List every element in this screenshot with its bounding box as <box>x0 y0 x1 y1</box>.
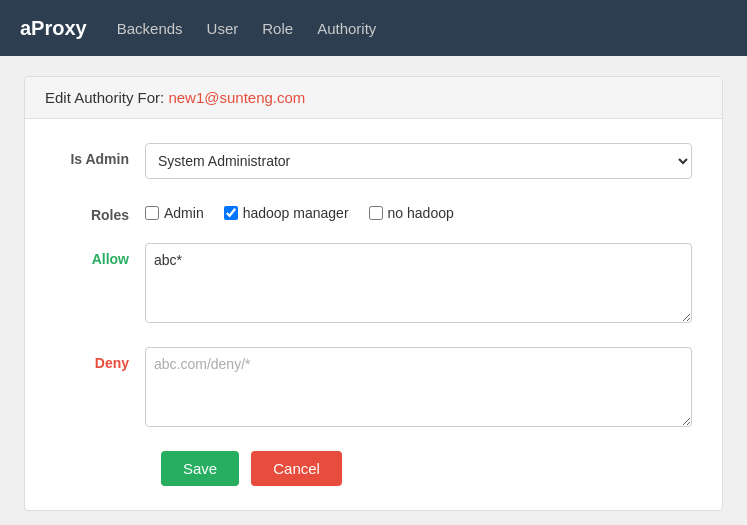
roles-label: Roles <box>55 199 145 223</box>
checkbox-no-hadoop[interactable]: no hadoop <box>369 205 454 221</box>
is-admin-row: Is Admin System Administrator Normal Use… <box>55 143 692 179</box>
cancel-button[interactable]: Cancel <box>251 451 342 486</box>
roles-checkboxes: Admin hadoop manager no hadoop <box>145 199 692 221</box>
navbar-item-user[interactable]: User <box>207 20 239 37</box>
checkbox-no-hadoop-input[interactable] <box>369 206 383 220</box>
card-header-label: Edit Authority For: <box>45 89 164 106</box>
roles-row: Roles Admin hadoop manager no hadoop <box>55 199 692 223</box>
deny-label: Deny <box>55 347 145 371</box>
card-header-email: new1@sunteng.com <box>168 89 305 106</box>
checkbox-admin-label: Admin <box>164 205 204 221</box>
checkbox-admin-input[interactable] <box>145 206 159 220</box>
allow-row: Allow abc* <box>55 243 692 327</box>
page-content: Edit Authority For: new1@sunteng.com Is … <box>0 56 747 525</box>
checkbox-hadoop-manager[interactable]: hadoop manager <box>224 205 349 221</box>
deny-control <box>145 347 692 431</box>
allow-label: Allow <box>55 243 145 267</box>
save-button[interactable]: Save <box>161 451 239 486</box>
navbar: aProxy Backends User Role Authority <box>0 0 747 56</box>
checkbox-hadoop-manager-label: hadoop manager <box>243 205 349 221</box>
edit-authority-card: Edit Authority For: new1@sunteng.com Is … <box>24 76 723 511</box>
allow-textarea[interactable]: abc* <box>145 243 692 323</box>
card-body: Is Admin System Administrator Normal Use… <box>25 119 722 510</box>
deny-textarea[interactable] <box>145 347 692 427</box>
navbar-item-backends[interactable]: Backends <box>117 20 183 37</box>
is-admin-label: Is Admin <box>55 143 145 167</box>
navbar-brand[interactable]: aProxy <box>20 17 87 40</box>
checkbox-hadoop-manager-input[interactable] <box>224 206 238 220</box>
card-header: Edit Authority For: new1@sunteng.com <box>25 77 722 119</box>
buttons-row: Save Cancel <box>55 451 692 486</box>
navbar-item-role[interactable]: Role <box>262 20 293 37</box>
checkbox-no-hadoop-label: no hadoop <box>388 205 454 221</box>
checkbox-admin[interactable]: Admin <box>145 205 204 221</box>
is-admin-control: System Administrator Normal User Super A… <box>145 143 692 179</box>
deny-row: Deny <box>55 347 692 431</box>
is-admin-select[interactable]: System Administrator Normal User Super A… <box>145 143 692 179</box>
navbar-item-authority[interactable]: Authority <box>317 20 376 37</box>
allow-control: abc* <box>145 243 692 327</box>
